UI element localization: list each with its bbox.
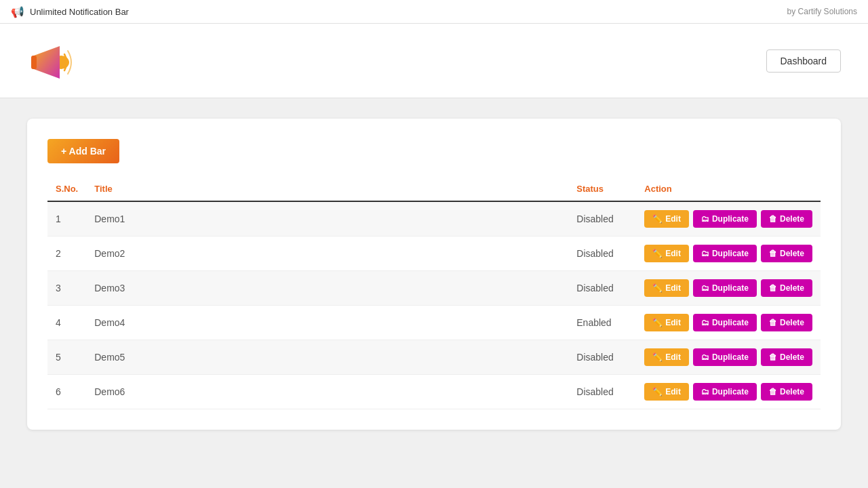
cell-status: Disabled	[568, 237, 636, 271]
duplicate-button[interactable]: 🗂 Duplicate	[693, 348, 757, 366]
action-buttons-group: ✏️ Edit 🗂 Duplicate 🗑 Delete	[644, 245, 812, 262]
cell-actions: ✏️ Edit 🗂 Duplicate 🗑 Delete	[636, 306, 821, 340]
main-card: + Add Bar S.No. Title Status Action 1 De…	[27, 119, 841, 430]
trash-icon: 🗑	[769, 283, 777, 293]
duplicate-button[interactable]: 🗂 Duplicate	[693, 279, 757, 297]
duplicate-label: Duplicate	[712, 249, 749, 258]
cell-status: Disabled	[568, 375, 636, 409]
cell-title: Demo5	[86, 340, 568, 375]
duplicate-icon: 🗂	[701, 352, 709, 362]
action-buttons-group: ✏️ Edit 🗂 Duplicate 🗑 Delete	[644, 210, 812, 228]
table-row: 1 Demo1 Disabled ✏️ Edit 🗂 Duplicate 🗑 D…	[47, 201, 821, 237]
table-row: 6 Demo6 Disabled ✏️ Edit 🗂 Duplicate 🗑 D…	[47, 375, 821, 409]
table-header-row: S.No. Title Status Action	[47, 177, 821, 201]
delete-button[interactable]: 🗑 Delete	[761, 210, 812, 228]
cell-title: Demo2	[86, 237, 568, 271]
duplicate-label: Duplicate	[712, 318, 749, 327]
add-bar-button[interactable]: + Add Bar	[47, 139, 119, 163]
table-row: 3 Demo3 Disabled ✏️ Edit 🗂 Duplicate 🗑 D…	[47, 271, 821, 306]
action-buttons-group: ✏️ Edit 🗂 Duplicate 🗑 Delete	[644, 383, 812, 401]
col-action: Action	[636, 177, 821, 201]
delete-button[interactable]: 🗑 Delete	[761, 279, 812, 297]
by-text: by Cartify Solutions	[787, 7, 857, 16]
app-title: Unlimited Notification Bar	[30, 7, 129, 17]
pencil-icon: ✏️	[652, 214, 663, 224]
edit-button[interactable]: ✏️ Edit	[644, 383, 689, 401]
action-buttons-group: ✏️ Edit 🗂 Duplicate 🗑 Delete	[644, 348, 812, 366]
cell-actions: ✏️ Edit 🗂 Duplicate 🗑 Delete	[636, 237, 821, 271]
cell-actions: ✏️ Edit 🗂 Duplicate 🗑 Delete	[636, 271, 821, 306]
edit-button[interactable]: ✏️ Edit	[644, 348, 689, 366]
cell-sno: 5	[47, 340, 86, 375]
cell-status: Disabled	[568, 271, 636, 306]
edit-label: Edit	[665, 387, 681, 396]
delete-button[interactable]: 🗑 Delete	[761, 245, 812, 262]
trash-icon: 🗑	[769, 214, 777, 224]
table-row: 5 Demo5 Disabled ✏️ Edit 🗂 Duplicate 🗑 D…	[47, 340, 821, 375]
cell-title: Demo4	[86, 306, 568, 340]
cell-status: Disabled	[568, 201, 636, 237]
pencil-icon: ✏️	[652, 249, 663, 258]
trash-icon: 🗑	[769, 249, 777, 258]
app-icon: 📢	[11, 5, 24, 18]
cell-sno: 6	[47, 375, 86, 409]
cell-sno: 4	[47, 306, 86, 340]
megaphone-logo-icon	[27, 34, 75, 88]
pencil-icon: ✏️	[652, 318, 663, 327]
cell-title: Demo3	[86, 271, 568, 306]
duplicate-button[interactable]: 🗂 Duplicate	[693, 383, 757, 401]
delete-label: Delete	[780, 352, 804, 362]
duplicate-label: Duplicate	[712, 387, 749, 396]
trash-icon: 🗑	[769, 318, 777, 327]
svg-marker-1	[34, 46, 60, 79]
edit-label: Edit	[665, 214, 681, 224]
action-buttons-group: ✏️ Edit 🗂 Duplicate 🗑 Delete	[644, 314, 812, 331]
action-buttons-group: ✏️ Edit 🗂 Duplicate 🗑 Delete	[644, 279, 812, 297]
top-bar-left: 📢 Unlimited Notification Bar	[11, 5, 129, 18]
pencil-icon: ✏️	[652, 387, 663, 396]
trash-icon: 🗑	[769, 387, 777, 396]
delete-label: Delete	[780, 249, 804, 258]
delete-button[interactable]: 🗑 Delete	[761, 383, 812, 401]
delete-button[interactable]: 🗑 Delete	[761, 348, 812, 366]
table-row: 2 Demo2 Disabled ✏️ Edit 🗂 Duplicate 🗑 D…	[47, 237, 821, 271]
edit-label: Edit	[665, 318, 681, 327]
bars-table: S.No. Title Status Action 1 Demo1 Disabl…	[47, 177, 821, 409]
edit-label: Edit	[665, 352, 681, 362]
cell-title: Demo1	[86, 201, 568, 237]
pencil-icon: ✏️	[652, 283, 663, 293]
delete-label: Delete	[780, 283, 804, 293]
cell-sno: 1	[47, 201, 86, 237]
trash-icon: 🗑	[769, 352, 777, 362]
duplicate-label: Duplicate	[712, 283, 749, 293]
duplicate-button[interactable]: 🗂 Duplicate	[693, 314, 757, 331]
cell-sno: 2	[47, 237, 86, 271]
delete-label: Delete	[780, 387, 804, 396]
edit-label: Edit	[665, 283, 681, 293]
duplicate-button[interactable]: 🗂 Duplicate	[693, 210, 757, 228]
duplicate-icon: 🗂	[701, 214, 709, 224]
cell-status: Disabled	[568, 340, 636, 375]
duplicate-button[interactable]: 🗂 Duplicate	[693, 245, 757, 262]
top-bar: 📢 Unlimited Notification Bar by Cartify …	[0, 0, 868, 24]
dashboard-button[interactable]: Dashboard	[766, 49, 842, 73]
cell-actions: ✏️ Edit 🗂 Duplicate 🗑 Delete	[636, 201, 821, 237]
col-status: Status	[568, 177, 636, 201]
edit-button[interactable]: ✏️ Edit	[644, 210, 689, 228]
edit-button[interactable]: ✏️ Edit	[644, 314, 689, 331]
duplicate-label: Duplicate	[712, 214, 749, 224]
duplicate-icon: 🗂	[701, 249, 709, 258]
cell-actions: ✏️ Edit 🗂 Duplicate 🗑 Delete	[636, 375, 821, 409]
table-row: 4 Demo4 Enabled ✏️ Edit 🗂 Duplicate 🗑 De…	[47, 306, 821, 340]
cell-sno: 3	[47, 271, 86, 306]
duplicate-label: Duplicate	[712, 352, 749, 362]
pencil-icon: ✏️	[652, 352, 663, 362]
cell-status: Enabled	[568, 306, 636, 340]
delete-button[interactable]: 🗑 Delete	[761, 314, 812, 331]
edit-button[interactable]: ✏️ Edit	[644, 279, 689, 297]
main-content: + Add Bar S.No. Title Status Action 1 De…	[0, 98, 868, 450]
duplicate-icon: 🗂	[701, 387, 709, 396]
edit-button[interactable]: ✏️ Edit	[644, 245, 689, 262]
duplicate-icon: 🗂	[701, 283, 709, 293]
duplicate-icon: 🗂	[701, 318, 709, 327]
